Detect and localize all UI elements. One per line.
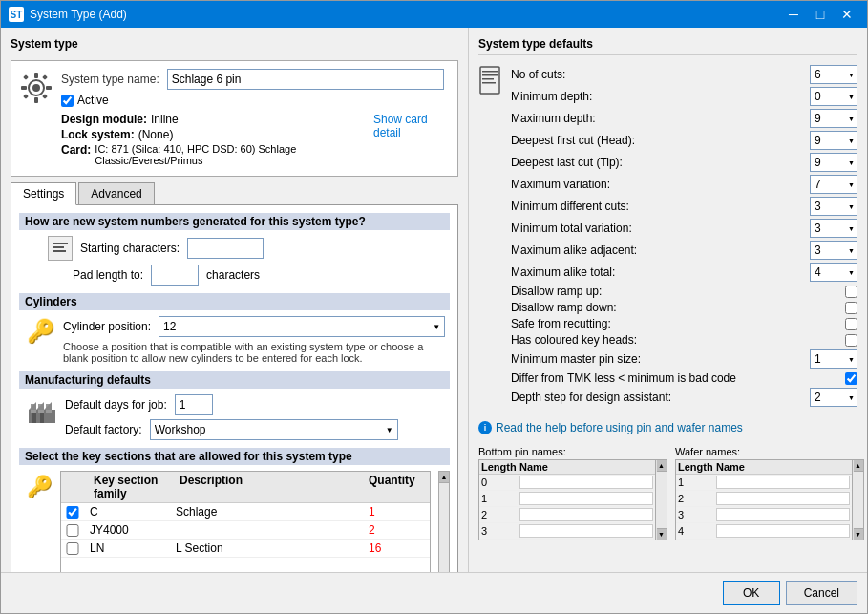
starting-chars-input[interactable] xyxy=(187,238,264,259)
max-alike-total-select[interactable]: 4 xyxy=(811,264,857,281)
min-depth-select[interactable]: 0 xyxy=(811,88,857,105)
max-alike-adj-select[interactable]: 3 xyxy=(811,242,857,259)
no-of-cuts-select[interactable]: 6 xyxy=(811,66,857,83)
bottom-pin-table-inner: Length Name 0 1 xyxy=(479,460,655,540)
wafer-scrollbar[interactable]: ▲ ▼ xyxy=(852,460,863,540)
min-total-select[interactable]: 3 xyxy=(811,220,857,237)
minimize-button[interactable]: ─ xyxy=(781,5,806,24)
default-factory-select-container[interactable]: Workshop ▼ xyxy=(150,419,398,440)
wafer-name-input-1[interactable] xyxy=(716,492,850,505)
max-alike-adj-label: Maximum alike adjacent: xyxy=(511,243,637,257)
key-section-checkbox-0[interactable] xyxy=(65,506,80,519)
bottom-pin-name-input-1[interactable] xyxy=(519,492,653,505)
min-master-pin-label: Minimum master pin size: xyxy=(511,352,641,366)
key-section-checkbox-1[interactable] xyxy=(65,524,80,537)
deepest-first-row: Deepest first cut (Head): 9 ▼ xyxy=(511,131,857,150)
max-variation-select[interactable]: 7 xyxy=(811,176,857,193)
bottom-pin-row-1: 1 xyxy=(479,491,655,507)
safe-recutting-checkbox[interactable] xyxy=(845,318,857,330)
manufacturing-fields: Default days for job: Default factory: W… xyxy=(65,394,450,440)
tab-advanced[interactable]: Advanced xyxy=(78,182,154,204)
svg-rect-17 xyxy=(32,413,36,423)
default-days-input[interactable] xyxy=(175,394,213,415)
wafer-name-input-3[interactable] xyxy=(716,524,850,538)
max-depth-select-container[interactable]: 9 ▼ xyxy=(810,109,857,128)
scroll-up-btn[interactable]: ▲ xyxy=(439,472,449,483)
max-alike-adj-select-container[interactable]: 3 ▼ xyxy=(810,241,857,260)
max-variation-select-container[interactable]: 7 ▼ xyxy=(810,175,857,194)
max-depth-row: Maximum depth: 9 ▼ xyxy=(511,109,857,128)
cylinder-position-select[interactable]: 12 xyxy=(159,317,444,336)
bottom-pin-name-input-2[interactable] xyxy=(519,508,653,521)
depth-step-select[interactable]: 2 xyxy=(811,389,857,406)
disallow-ramp-down-checkbox[interactable] xyxy=(845,302,857,314)
key-section-row-2: LN L Section 16 xyxy=(61,540,430,558)
key-section-family-0: C xyxy=(90,505,166,519)
differ-tmk-checkbox[interactable] xyxy=(845,372,857,385)
min-total-select-container[interactable]: 3 ▼ xyxy=(810,219,857,238)
key-sections-header: Key section family Description Quantity xyxy=(61,472,430,503)
svg-rect-11 xyxy=(53,246,64,248)
active-checkbox[interactable] xyxy=(61,95,74,107)
cylinder-position-select-container[interactable]: 12 ▼ xyxy=(159,316,445,337)
disallow-ramp-up-checkbox[interactable] xyxy=(845,286,857,298)
svg-point-1 xyxy=(32,84,40,92)
no-of-cuts-row: No of cuts: 6 ▼ xyxy=(511,65,857,84)
min-different-select-container[interactable]: 3 ▼ xyxy=(810,197,857,216)
deepest-last-select[interactable]: 9 xyxy=(811,154,857,171)
default-factory-select[interactable]: Workshop xyxy=(151,420,397,439)
bottom-pin-length-3: 3 xyxy=(481,525,519,537)
bottom-pin-name-input-3[interactable] xyxy=(519,524,653,538)
design-module-label: Design module: xyxy=(61,113,147,126)
tab-settings[interactable]: Settings xyxy=(11,182,76,205)
deepest-last-select-container[interactable]: 9 ▼ xyxy=(810,153,857,172)
default-days-row: Default days for job: xyxy=(65,394,450,415)
cancel-button[interactable]: Cancel xyxy=(786,581,857,605)
min-different-select[interactable]: 3 xyxy=(811,198,857,215)
min-master-pin-row: Minimum master pin size: 1 ▼ xyxy=(511,349,857,369)
max-alike-total-label: Maximum alike total: xyxy=(511,265,615,279)
deepest-first-select-container[interactable]: 9 ▼ xyxy=(810,131,857,150)
svg-rect-5 xyxy=(46,86,52,90)
safe-recutting-row: Safe from recutting: xyxy=(511,317,857,330)
wafer-scroll-down[interactable]: ▼ xyxy=(854,528,863,540)
close-button[interactable]: ✕ xyxy=(835,5,859,24)
design-module-row: Design module: Inline xyxy=(61,113,373,126)
wafer-name-input-0[interactable] xyxy=(716,476,850,489)
deepest-first-select[interactable]: 9 xyxy=(811,132,857,149)
key-section-checkbox-2[interactable] xyxy=(65,542,80,555)
show-card-link[interactable]: Show card detail xyxy=(373,113,450,139)
bottom-pin-row-2: 2 xyxy=(479,507,655,523)
bottom-pin-name-input-0[interactable] xyxy=(519,476,653,489)
tabs: Settings Advanced xyxy=(11,182,458,205)
svg-rect-3 xyxy=(34,97,38,103)
maximize-button[interactable]: □ xyxy=(808,5,833,24)
bottom-pin-row-3: 3 xyxy=(479,523,655,540)
card-row: Card: IC: 871 (Silca: 410, HPC DSD: 60) … xyxy=(61,143,373,166)
cylinders-bar: Cylinders xyxy=(19,293,450,310)
window-icon: ST xyxy=(9,7,24,22)
wafer-scroll-up[interactable]: ▲ xyxy=(854,460,863,472)
starting-chars-row: Starting characters: xyxy=(19,236,450,261)
depth-step-select-container[interactable]: 2 ▼ xyxy=(810,388,857,407)
wafer-name-input-2[interactable] xyxy=(716,508,850,521)
ok-button[interactable]: OK xyxy=(723,581,780,605)
bottom-pin-scroll-up[interactable]: ▲ xyxy=(657,460,667,472)
pad-length-input[interactable] xyxy=(151,265,199,286)
wafer-row-3: 4 xyxy=(676,523,852,540)
bottom-pin-scroll-down[interactable]: ▼ xyxy=(657,528,667,540)
system-type-name-input[interactable] xyxy=(167,69,444,90)
bottom-pin-scrollbar[interactable]: ▲ ▼ xyxy=(655,460,667,540)
no-of-cuts-select-container[interactable]: 6 ▼ xyxy=(810,65,857,84)
coloured-key-checkbox[interactable] xyxy=(845,334,857,347)
bottom-pin-names: Bottom pin names: Length Name 0 xyxy=(478,446,667,540)
max-depth-select[interactable]: 9 xyxy=(811,110,857,127)
min-master-pin-select[interactable]: 1 xyxy=(811,350,857,368)
min-master-pin-select-container[interactable]: 1 ▼ xyxy=(810,349,857,369)
min-depth-select-container[interactable]: 0 ▼ xyxy=(810,87,857,106)
title-controls: ─ □ ✕ xyxy=(781,5,859,24)
differ-tmk-label: Differ from TMK less < minimum is bad co… xyxy=(511,371,736,385)
key-section-row-0: C Schlage 1 xyxy=(61,503,430,521)
max-alike-total-select-container[interactable]: 4 ▼ xyxy=(810,263,857,282)
key-sections-scrollbar[interactable]: ▲ ▼ xyxy=(438,471,450,572)
